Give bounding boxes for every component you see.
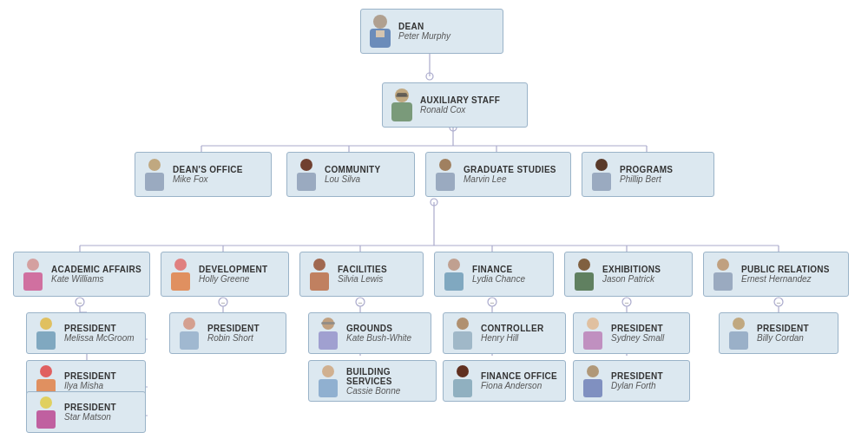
svg-rect-57 (376, 30, 385, 37)
president3-node[interactable]: PRESIDENT Star Matson (26, 391, 146, 433)
graduate-text: GRADUATE STUDIES Marvin Lee (464, 165, 556, 184)
president2-title: PRESIDENT (64, 371, 116, 381)
programs-node[interactable]: PROGRAMS Phillip Bert (582, 152, 714, 197)
controller-text: CONTROLLER Henry Hill (481, 324, 543, 343)
president6-text: PRESIDENT Dylan Forth (611, 371, 663, 390)
svg-rect-61 (396, 95, 408, 97)
building-services-avatar (314, 364, 342, 397)
development-avatar (167, 258, 194, 291)
svg-text:−: − (624, 298, 628, 307)
deans-office-title: DEAN'S OFFICE (173, 165, 243, 174)
svg-rect-74 (313, 259, 326, 271)
building-services-title: BUILDING SERVICES (346, 367, 431, 386)
graduate-title: GRADUATE STUDIES (464, 165, 556, 174)
academic-avatar (19, 258, 47, 291)
president4-name: Robin Short (207, 333, 260, 343)
community-node[interactable]: COMMUNITY Lou Silva (286, 152, 415, 197)
svg-rect-84 (40, 365, 52, 377)
community-text: COMMUNITY Lou Silva (325, 165, 380, 184)
svg-rect-95 (457, 318, 469, 330)
deans-office-avatar (141, 158, 168, 191)
auxiliary-avatar (388, 88, 416, 121)
president7-avatar (725, 317, 753, 350)
president7-node[interactable]: PRESIDENT Billy Cordan (719, 312, 838, 354)
public-relations-name: Ernest Hernandez (741, 274, 830, 284)
president5-text: PRESIDENT Sydney Small (611, 324, 664, 343)
finance-node[interactable]: FINANCE Lydia Chance (434, 252, 554, 297)
president1-node[interactable]: PRESIDENT Melissa McGroom (26, 312, 146, 354)
graduate-node[interactable]: GRADUATE STUDIES Marvin Lee (425, 152, 571, 197)
president4-avatar (175, 317, 203, 350)
president7-title: PRESIDENT (757, 324, 809, 333)
academic-node[interactable]: ACADEMIC AFFAIRS Kate Williams (13, 252, 150, 297)
president4-text: PRESIDENT Robin Short (207, 324, 260, 343)
dean-text: DEAN Peter Murphy (398, 22, 450, 41)
controller-avatar (449, 317, 477, 350)
svg-text:−: − (358, 298, 362, 307)
svg-rect-102 (583, 379, 602, 397)
programs-avatar (588, 158, 615, 191)
president4-node[interactable]: PRESIDENT Robin Short (169, 312, 286, 354)
svg-rect-67 (436, 173, 455, 191)
building-services-name: Cassie Bonne (346, 386, 431, 396)
facilities-node[interactable]: FACILITIES Silvia Lewis (299, 252, 424, 297)
grounds-node[interactable]: GROUNDS Kate Bush-White (308, 312, 431, 354)
president2-name: Ilya Misha (64, 381, 116, 390)
finance-office-title: FINANCE OFFICE (481, 371, 557, 381)
building-services-node[interactable]: BUILDING SERVICES Cassie Bonne (308, 360, 437, 402)
deans-office-node[interactable]: DEAN'S OFFICE Mike Fox (135, 152, 272, 197)
svg-rect-81 (713, 272, 733, 291)
president6-title: PRESIDENT (611, 371, 663, 381)
exhibitions-name: Jason Patrick (602, 274, 661, 284)
svg-rect-76 (448, 259, 460, 271)
org-chart: − − − − − − (0, 0, 868, 439)
svg-rect-72 (174, 259, 187, 271)
exhibitions-node[interactable]: EXHIBITIONS Jason Patrick (564, 252, 693, 297)
exhibitions-avatar (570, 258, 598, 291)
svg-rect-98 (453, 379, 472, 397)
finance-name: Lydia Chance (472, 274, 525, 284)
svg-rect-64 (300, 159, 312, 171)
finance-office-node[interactable]: FINANCE OFFICE Fiona Anderson (443, 360, 566, 402)
svg-rect-91 (319, 331, 338, 350)
facilities-title: FACILITIES (338, 265, 387, 274)
facilities-avatar (306, 258, 333, 291)
president1-avatar (32, 317, 60, 350)
president1-name: Melissa McGroom (64, 333, 135, 343)
svg-rect-55 (373, 15, 387, 29)
auxiliary-node[interactable]: AUXILIARY STAFF Ronald Cox (382, 82, 528, 128)
academic-text: ACADEMIC AFFAIRS Kate Williams (51, 265, 141, 284)
controller-title: CONTROLLER (481, 324, 543, 333)
auxiliary-text: AUXILIARY STAFF Ronald Cox (420, 95, 500, 115)
svg-rect-103 (733, 318, 745, 330)
president5-name: Sydney Small (611, 333, 664, 343)
svg-point-18 (76, 298, 84, 306)
public-relations-node[interactable]: PUBLIC RELATIONS Ernest Hernandez (703, 252, 849, 297)
president3-avatar (32, 396, 60, 429)
president6-node[interactable]: PRESIDENT Dylan Forth (573, 360, 690, 402)
svg-text:−: − (77, 298, 82, 307)
president5-node[interactable]: PRESIDENT Sydney Small (573, 312, 690, 354)
development-title: DEVELOPMENT (199, 265, 267, 274)
grounds-title: GROUNDS (346, 324, 411, 333)
public-relations-avatar (709, 258, 737, 291)
svg-rect-93 (322, 365, 334, 377)
svg-rect-82 (40, 318, 52, 330)
president7-text: PRESIDENT Billy Cordan (757, 324, 809, 343)
svg-rect-78 (578, 259, 590, 271)
president6-avatar (579, 364, 607, 397)
deans-office-name: Mike Fox (173, 174, 243, 184)
programs-title: PROGRAMS (620, 165, 673, 174)
svg-rect-86 (40, 396, 52, 409)
svg-rect-69 (592, 173, 611, 191)
graduate-avatar (431, 158, 459, 191)
dean-node[interactable]: DEAN Peter Murphy (360, 9, 503, 54)
development-node[interactable]: DEVELOPMENT Holly Greene (161, 252, 289, 297)
svg-text:−: − (490, 298, 494, 307)
svg-rect-99 (587, 318, 599, 330)
svg-point-22 (356, 298, 365, 306)
building-services-text: BUILDING SERVICES Cassie Bonne (346, 367, 431, 396)
svg-rect-94 (319, 379, 338, 397)
graduate-name: Marvin Lee (464, 174, 556, 184)
controller-node[interactable]: CONTROLLER Henry Hill (443, 312, 566, 354)
